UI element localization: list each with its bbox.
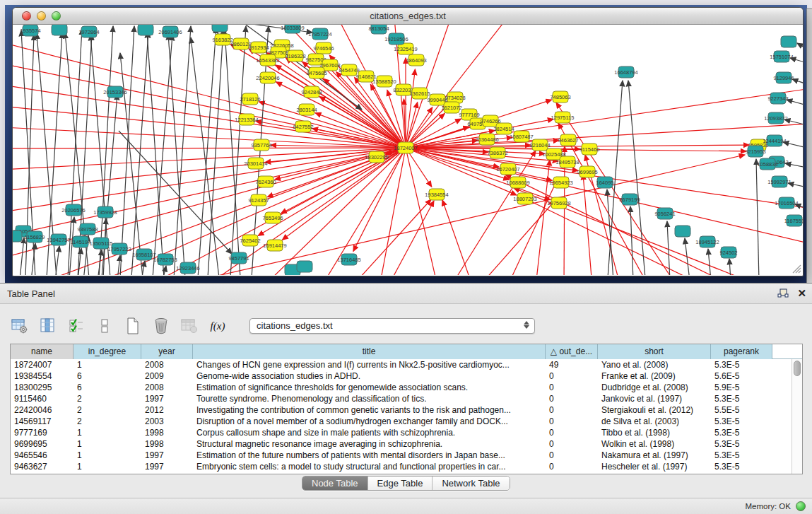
graph-node[interactable]: 16914479 bbox=[263, 240, 286, 251]
graph-node[interactable]: 924502 bbox=[719, 247, 737, 258]
graph-node[interactable]: 9115460 bbox=[579, 144, 600, 155]
graph-node[interactable]: 13942757 bbox=[47, 234, 70, 245]
row-merge-icon[interactable] bbox=[95, 317, 114, 334]
table-row[interactable]: 1830029562008Estimation of significance … bbox=[11, 382, 802, 393]
graph-node[interactable]: 7386372 bbox=[487, 147, 507, 158]
graph-node[interactable]: 1145194 bbox=[71, 236, 91, 247]
node-table[interactable]: namein_degreeyeartitle△ out_de...shortpa… bbox=[10, 344, 803, 474]
column-header-name[interactable]: name bbox=[11, 344, 73, 359]
graph-node[interactable]: 9699695 bbox=[577, 166, 597, 177]
graph-node[interactable] bbox=[138, 25, 153, 35]
table-row[interactable]: 1456911722003Disruption of a novel membe… bbox=[11, 416, 802, 427]
scrollbar-thumb[interactable] bbox=[794, 361, 801, 376]
graph-node[interactable]: 1156829 bbox=[25, 231, 45, 243]
memory-status-indicator[interactable] bbox=[796, 501, 806, 511]
graph-node[interactable]: 19384554 bbox=[425, 189, 448, 200]
graph-node[interactable]: 9746546 bbox=[313, 42, 334, 54]
delete-table-icon[interactable] bbox=[152, 317, 170, 334]
graph-node[interactable] bbox=[13, 230, 22, 242]
graph-node[interactable]: 10688609 bbox=[506, 177, 529, 188]
table-row[interactable]: 977716911998Corpus callosum shape and si… bbox=[11, 427, 802, 438]
graph-node[interactable] bbox=[297, 261, 312, 272]
new-table-icon[interactable] bbox=[124, 317, 142, 334]
table-settings-icon[interactable] bbox=[11, 317, 29, 334]
table-header-row[interactable]: namein_degreeyeartitle△ out_de...shortpa… bbox=[11, 344, 802, 359]
column-header-pagerank[interactable]: pagerank bbox=[711, 344, 772, 359]
table-row[interactable]: 1938455462009Genome-wide association stu… bbox=[11, 370, 802, 382]
window-resize-grip[interactable] bbox=[792, 264, 801, 274]
graph-node[interactable]: 7485063 bbox=[550, 91, 570, 103]
graph-node[interactable]: 9129946 bbox=[773, 72, 794, 83]
function-builder-icon[interactable]: f(x) bbox=[208, 317, 227, 334]
show-columns-icon[interactable] bbox=[39, 317, 57, 334]
table-selector-dropdown[interactable]: citations_edges.txt bbox=[249, 318, 535, 334]
graph-node[interactable]: 9056241 bbox=[654, 208, 675, 219]
column-header-in_degree[interactable]: in_degree bbox=[73, 344, 141, 359]
graph-node[interactable]: 9357764 bbox=[251, 139, 271, 151]
graph-node[interactable]: 164095 bbox=[596, 177, 613, 188]
network-canvas[interactable]: 9163822886012889129342322605898275091654… bbox=[13, 25, 803, 275]
graph-node[interactable]: 7624360 bbox=[255, 176, 276, 187]
close-panel-icon[interactable]: ✕ bbox=[797, 287, 806, 300]
graph-node[interactable]: 7625402 bbox=[240, 235, 260, 246]
graph-node[interactable]: 9397588 bbox=[77, 223, 98, 235]
graph-node[interactable]: 9163822 bbox=[212, 34, 233, 45]
graph-node[interactable]: 2718126 bbox=[240, 93, 260, 105]
graph-node[interactable]: 9463627 bbox=[558, 134, 578, 146]
column-header-title[interactable]: title bbox=[193, 344, 546, 359]
table-row[interactable]: 946554611997Estimation of the future num… bbox=[11, 450, 802, 461]
graph-node[interactable]: 8679199 bbox=[619, 194, 640, 205]
graph-node[interactable]: 8427552 bbox=[293, 121, 313, 132]
graph-node[interactable]: 12923446 bbox=[176, 262, 199, 274]
graph-node[interactable] bbox=[781, 36, 796, 47]
graph-node[interactable]: 1167551 bbox=[784, 215, 803, 226]
network-view-window[interactable]: citations_edges.txt 91638228860128891293… bbox=[12, 7, 804, 276]
graph-node[interactable]: 16033809 bbox=[281, 25, 304, 33]
table-row[interactable]: 969969511998Structural magnetic resonanc… bbox=[11, 438, 802, 450]
graph-node[interactable]: 18945122 bbox=[695, 236, 719, 247]
graph-node[interactable]: 16720407 bbox=[496, 163, 519, 175]
window-titlebar[interactable]: citations_edges.txt bbox=[13, 8, 803, 25]
table-scrollbar[interactable] bbox=[792, 359, 802, 474]
float-panel-icon[interactable] bbox=[777, 288, 789, 299]
graph-node[interactable] bbox=[212, 25, 228, 32]
graph-node[interactable]: 17016504 bbox=[775, 197, 798, 209]
graph-node[interactable]: 20301414 bbox=[244, 158, 267, 169]
tab-edge-table[interactable]: Edge Table bbox=[367, 477, 433, 490]
table-row[interactable]: 911546021997Tourette syndrome. Phenomeno… bbox=[11, 393, 802, 404]
graph-node[interactable]: 15751074 bbox=[770, 51, 793, 62]
table-row[interactable]: 1872400712008Changes of HCN gene express… bbox=[11, 359, 802, 370]
graph-node[interactable]: 15992971 bbox=[767, 176, 791, 187]
graph-node[interactable]: 12975115 bbox=[551, 112, 575, 123]
graph-node[interactable]: 9242848 bbox=[301, 86, 322, 98]
graph-node[interactable]: 1972864 bbox=[78, 26, 99, 37]
graph-node[interactable]: 1935574 bbox=[20, 25, 40, 36]
graph-nodes[interactable]: 9163822886012889129342322605898275091654… bbox=[13, 25, 803, 275]
table-body[interactable]: 1872400712008Changes of HCN gene express… bbox=[11, 359, 802, 472]
graph-node[interactable]: 16782753 bbox=[153, 254, 177, 265]
graph-node[interactable]: 12093872 bbox=[764, 112, 787, 124]
graph-node[interactable]: 9227343 bbox=[767, 93, 788, 104]
select-columns-icon[interactable] bbox=[67, 317, 86, 334]
graph-node[interactable] bbox=[675, 226, 690, 237]
graph-node[interactable]: 17857224 bbox=[308, 28, 331, 40]
table-row[interactable]: 2242004622012Investigating the contribut… bbox=[11, 404, 802, 416]
tab-node-table[interactable]: Node Table bbox=[302, 477, 367, 490]
graph-node[interactable]: 1058834 bbox=[757, 158, 777, 170]
graph-node[interactable]: 8912934 bbox=[248, 42, 269, 53]
graph-node[interactable]: 13716485 bbox=[337, 254, 360, 265]
graph-node[interactable]: 9215953 bbox=[745, 146, 765, 157]
graph-node[interactable]: 8475685 bbox=[306, 67, 326, 78]
graph-node[interactable]: 9857791 bbox=[228, 252, 249, 264]
graph-node[interactable]: 20691406 bbox=[158, 26, 182, 37]
graph-node[interactable]: 2803144 bbox=[296, 104, 317, 115]
graph-node[interactable]: 8813054 bbox=[368, 25, 389, 34]
column-header-year[interactable]: year bbox=[141, 344, 193, 359]
column-header-out_de[interactable]: △ out_de... bbox=[546, 344, 598, 359]
graph-node[interactable]: 12213364 bbox=[235, 114, 258, 125]
graph-node[interactable]: 8186328 bbox=[285, 50, 305, 62]
tab-network-table[interactable]: Network Table bbox=[432, 477, 509, 490]
graph-node[interactable]: 22420046 bbox=[256, 72, 279, 83]
graph-node[interactable]: 16648794 bbox=[614, 66, 637, 78]
table-row[interactable]: 946362711997Embryonic stem cells: a mode… bbox=[11, 461, 802, 472]
